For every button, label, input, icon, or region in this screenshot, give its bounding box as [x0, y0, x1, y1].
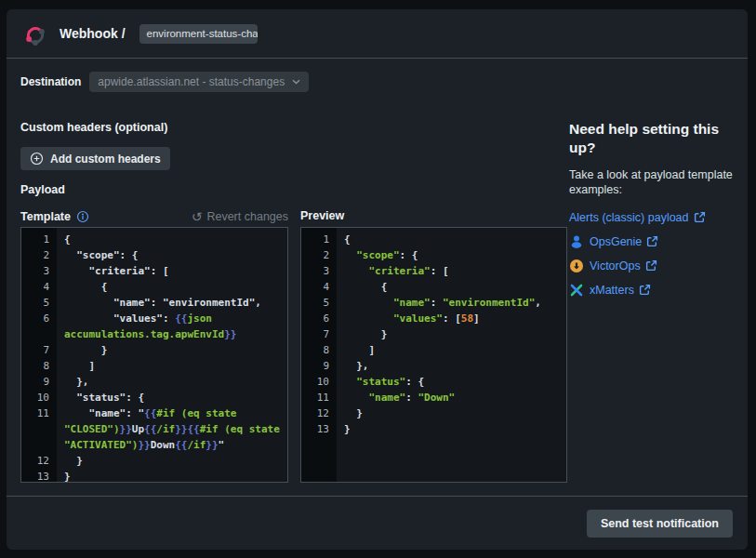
help-subtitle: Take a look at payload template examples…: [569, 167, 738, 197]
code-text: "values": [58]: [337, 311, 566, 326]
line-number: 9: [301, 358, 337, 374]
plus-circle-icon: [30, 152, 44, 166]
line-number: 4: [301, 279, 337, 295]
code-line: 9 },: [21, 374, 287, 390]
code-text: }: [57, 453, 287, 469]
webhook-logo-icon: [20, 18, 50, 49]
opsgenie-link[interactable]: OpsGenie: [590, 235, 658, 248]
code-line: 8 ]: [301, 342, 566, 358]
external-link-icon: [639, 284, 651, 296]
help-sidebar: Need help setting this up? Take a look a…: [569, 120, 738, 306]
line-number: 3: [21, 263, 57, 279]
help-link-row: Alerts (classic) payload: [569, 209, 738, 225]
destination-value: apwide.atlassian.net - status-changes: [98, 75, 285, 88]
code-text: "name": "environmentId",: [337, 295, 566, 311]
line-number: 7: [21, 342, 57, 358]
code-line: 7 }: [21, 342, 287, 358]
header-divider: [7, 58, 748, 59]
code-line: 12 }: [301, 405, 566, 421]
line-number: 7: [301, 326, 337, 342]
code-text: }: [57, 469, 287, 483]
revert-icon: ↺: [192, 210, 203, 223]
code-line: 5 "name": "environmentId",: [21, 295, 287, 311]
code-line: 9 },: [301, 358, 566, 374]
victorops-link[interactable]: VictorOps: [590, 259, 657, 272]
line-number: 13: [301, 421, 337, 437]
preview-code: 1{2 "scope": {3 "criteria": [4 {5 "name"…: [301, 228, 566, 437]
code-text: }: [337, 421, 566, 437]
preview-editor: 1{2 "scope": {3 "criteria": [4 {5 "name"…: [300, 227, 567, 483]
code-text: "name": "{{#if (eq state "CLOSED")}}Up{{…: [57, 405, 287, 453]
line-number: 12: [301, 405, 337, 421]
destination-row: Destination apwide.atlassian.net - statu…: [20, 72, 309, 92]
xmatters-icon: [569, 283, 584, 298]
alerts-classic-payload-link[interactable]: Alerts (classic) payload: [569, 211, 706, 224]
line-number: 2: [21, 247, 57, 263]
template-code: 1{2 "scope": {3 "criteria": [4 {5 "name"…: [21, 228, 287, 483]
code-line: 10 "status": {: [21, 390, 287, 405]
line-number: 13: [21, 469, 57, 483]
code-line: 8 ]: [21, 358, 287, 374]
external-link-icon: [645, 259, 657, 272]
destination-label: Destination: [20, 75, 81, 88]
code-text: {: [337, 232, 566, 247]
code-text: }: [57, 342, 287, 358]
code-line: 1{: [301, 232, 566, 247]
line-number: 10: [301, 374, 337, 390]
code-line: 13}: [301, 421, 566, 437]
code-text: {: [337, 279, 566, 295]
revert-changes-button[interactable]: ↺ Revert changes: [192, 210, 288, 223]
preview-label: Preview: [300, 209, 344, 222]
destination-select[interactable]: apwide.atlassian.net - status-changes: [89, 72, 309, 92]
info-icon[interactable]: [76, 210, 89, 223]
code-line: 5 "name": "environmentId",: [301, 295, 566, 311]
template-editor[interactable]: 1{2 "scope": {3 "criteria": [4 {5 "name"…: [20, 227, 288, 483]
webhook-config-panel: Webhook / environment-status-cha Destina…: [7, 9, 748, 550]
payload-label: Payload: [20, 183, 65, 196]
code-line: 10 "status": {: [301, 374, 566, 390]
line-number: 12: [21, 453, 57, 469]
code-line: 7 }: [301, 326, 566, 342]
line-number: 6: [301, 311, 337, 326]
code-line: 3 "criteria": [: [21, 263, 287, 279]
code-text: },: [337, 358, 566, 374]
line-number: 11: [301, 390, 337, 405]
code-line: 6 "values": {{json accumulations.tag.apw…: [21, 311, 287, 342]
code-text: }: [337, 405, 566, 421]
code-text: "status": {: [57, 390, 287, 405]
line-number: 11: [21, 405, 57, 453]
line-number: 6: [21, 311, 57, 342]
help-link-row: OpsGenie: [569, 233, 738, 249]
xmatters-label: xMatters: [590, 284, 634, 297]
code-text: },: [57, 374, 287, 390]
custom-headers-label: Custom headers (optional): [20, 121, 167, 134]
code-text: "scope": {: [57, 247, 287, 263]
line-number: 8: [301, 342, 337, 358]
code-text: {: [57, 279, 287, 295]
help-link-row: VictorOps: [569, 258, 738, 273]
send-test-notification-button[interactable]: Send test notification: [587, 510, 733, 538]
code-line: 11 "name": "{{#if (eq state "CLOSED")}}U…: [21, 405, 287, 453]
code-text: ]: [57, 358, 287, 374]
code-text: "values": {{json accumulations.tag.apwEn…: [57, 311, 287, 342]
template-label: Template: [20, 210, 71, 223]
line-number: 3: [301, 263, 337, 279]
code-text: "name": "environmentId",: [57, 295, 287, 311]
revert-changes-label: Revert changes: [206, 210, 288, 223]
code-text: "scope": {: [337, 247, 566, 263]
add-custom-headers-button[interactable]: Add custom headers: [20, 147, 170, 170]
code-text: "criteria": [: [57, 263, 287, 279]
victorops-icon: [569, 259, 584, 273]
external-link-icon: [646, 235, 658, 247]
code-text: "name": "Down": [337, 390, 566, 405]
opsgenie-label: OpsGenie: [590, 235, 642, 248]
line-number: 2: [301, 247, 337, 263]
code-line: 4 {: [301, 279, 566, 295]
code-line: 3 "criteria": [: [301, 263, 566, 279]
webhook-name-badge: environment-status-cha: [139, 24, 258, 44]
code-line: 11 "name": "Down": [301, 390, 566, 405]
line-number: 4: [21, 279, 57, 295]
xmatters-link[interactable]: xMatters: [590, 284, 651, 297]
line-number: 5: [21, 295, 57, 311]
footer-divider: [7, 496, 748, 497]
